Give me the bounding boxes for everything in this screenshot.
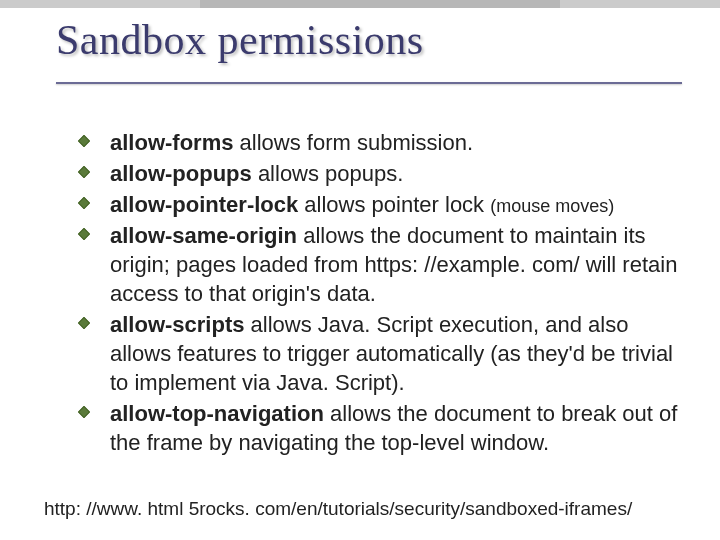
slide-title: Sandbox permissions <box>56 16 690 64</box>
list-item: allow-scripts allows Java. Script execut… <box>78 310 678 397</box>
permission-name: allow-top-navigation <box>110 401 324 426</box>
list-item: allow-pointer-lock allows pointer lock (… <box>78 190 678 219</box>
permission-desc: allows pointer lock <box>298 192 484 217</box>
footer-url: http: //www. html 5rocks. com/en/tutoria… <box>44 498 632 520</box>
bullet-list: allow-forms allows form submission. allo… <box>78 128 678 459</box>
svg-rect-4 <box>78 318 89 329</box>
permission-desc: allows form submission. <box>233 130 473 155</box>
diamond-bullet-icon <box>78 317 90 329</box>
permission-name: allow-same-origin <box>110 223 297 248</box>
diamond-bullet-icon <box>78 228 90 240</box>
permission-desc: allows popups. <box>252 161 404 186</box>
slide: Sandbox permissions allow-forms allows f… <box>0 0 720 540</box>
top-decoration-bar <box>0 0 720 8</box>
title-underline <box>56 82 682 84</box>
list-item: allow-top-navigation allows the document… <box>78 399 678 457</box>
svg-rect-0 <box>78 135 89 146</box>
diamond-bullet-icon <box>78 406 90 418</box>
diamond-bullet-icon <box>78 197 90 209</box>
diamond-bullet-icon <box>78 166 90 178</box>
svg-rect-1 <box>78 166 89 177</box>
svg-rect-2 <box>78 197 89 208</box>
list-item: allow-same-origin allows the document to… <box>78 221 678 308</box>
permission-note: (mouse moves) <box>490 196 614 216</box>
list-item: allow-popups allows popups. <box>78 159 678 188</box>
permission-name: allow-popups <box>110 161 252 186</box>
svg-rect-5 <box>78 407 89 418</box>
svg-rect-3 <box>78 228 89 239</box>
permission-name: allow-scripts <box>110 312 244 337</box>
permission-name: allow-forms <box>110 130 233 155</box>
permission-name: allow-pointer-lock <box>110 192 298 217</box>
list-item: allow-forms allows form submission. <box>78 128 678 157</box>
diamond-bullet-icon <box>78 135 90 147</box>
